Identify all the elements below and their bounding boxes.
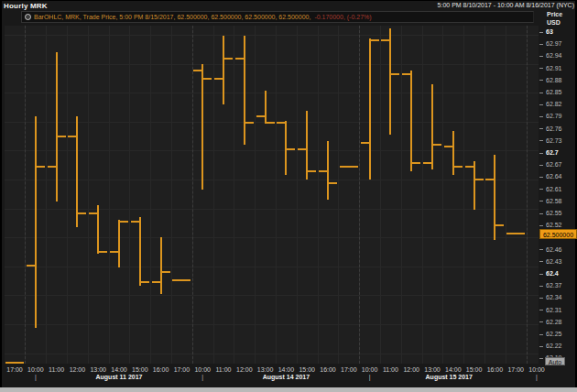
ohlc-open-tick[interactable] — [361, 142, 371, 144]
ohlc-open-tick[interactable] — [214, 78, 224, 80]
series-legend-row[interactable]: BarOHLC, MRK, Trade Price, 5:00 PM 8/15/… — [21, 11, 534, 23]
price-tick-label: 62.34 — [546, 294, 562, 300]
ohlc-close-tick[interactable] — [160, 271, 170, 273]
time-tick-label: 13:00 — [257, 366, 274, 373]
ohlc-bar-range[interactable] — [474, 161, 475, 210]
price-axis[interactable]: Price USD 6362.9762.9462.9162.8862.8562.… — [539, 0, 577, 387]
ohlc-open-tick[interactable] — [277, 122, 287, 124]
ohlc-bar-range[interactable] — [431, 84, 433, 169]
session-break-line — [359, 26, 360, 364]
session-break-line — [25, 26, 26, 364]
ohlc-close-tick[interactable] — [139, 281, 149, 283]
ohlc-close-tick[interactable] — [431, 144, 441, 146]
ohlc-close-tick[interactable] — [223, 58, 233, 60]
price-axis-title-line2: USD — [547, 19, 561, 26]
time-tick-label: 11:00 — [383, 366, 398, 373]
ohlc-close-tick[interactable] — [285, 148, 295, 150]
ohlc-close-tick[interactable] — [452, 166, 463, 168]
ohlc-close-tick[interactable] — [306, 170, 316, 172]
ohlc-close-tick[interactable] — [244, 122, 254, 124]
ohlc-close-tick[interactable] — [327, 182, 337, 184]
price-tick-mark — [539, 358, 543, 359]
ohlc-open-tick[interactable] — [89, 212, 99, 214]
ohlc-open-tick[interactable] — [319, 170, 329, 172]
gridline-vertical — [297, 26, 298, 364]
date-label: August 11 2017 — [96, 374, 143, 380]
price-tick-label: 62.37 — [546, 282, 562, 289]
ohlc-bar-range[interactable] — [118, 220, 120, 268]
ohlc-bar-range[interactable] — [76, 116, 78, 227]
ohlc-open-tick[interactable] — [110, 251, 120, 253]
ohlc-open-tick[interactable] — [235, 58, 245, 60]
ohlc-bar-range[interactable] — [369, 38, 371, 180]
ohlc-open-tick[interactable] — [465, 166, 475, 168]
price-tick-mark — [539, 249, 543, 250]
ohlc-close-tick[interactable] — [265, 122, 275, 124]
price-tick-label: 62.61 — [546, 186, 562, 192]
price-tick-label: 62.4 — [546, 270, 559, 277]
ohlc-open-tick[interactable] — [256, 115, 267, 117]
date-label: August 14 2017 — [263, 374, 310, 380]
ohlc-close-tick[interactable] — [389, 73, 399, 75]
ohlc-bar-flat[interactable] — [340, 166, 358, 168]
time-tick-label: 17:00 — [341, 366, 357, 373]
ohlc-open-tick[interactable] — [27, 265, 37, 267]
ohlc-bar-range[interactable] — [410, 71, 412, 171]
ohlc-open-tick[interactable] — [381, 39, 391, 41]
ohlc-open-tick[interactable] — [131, 221, 141, 223]
ohlc-bar-range[interactable] — [389, 28, 391, 136]
gridline-vertical — [318, 26, 319, 364]
series-bullet-icon[interactable] — [25, 14, 31, 20]
ohlc-close-tick[interactable] — [76, 212, 86, 214]
ohlc-bar-range[interactable] — [160, 237, 162, 294]
ohlc-bar-range[interactable] — [306, 111, 308, 180]
ohlc-bar-range[interactable] — [56, 52, 58, 201]
ohlc-close-tick[interactable] — [369, 39, 379, 41]
price-tick-mark — [539, 116, 543, 117]
ohlc-bar-flat[interactable] — [172, 279, 191, 281]
price-tick-label: 62.7 — [546, 149, 559, 156]
ohlc-open-tick[interactable] — [444, 146, 454, 147]
ohlc-bar-range[interactable] — [265, 91, 267, 123]
price-tick-mark — [539, 310, 543, 310]
ohlc-bar-flat[interactable] — [5, 362, 24, 364]
ohlc-bar-range[interactable] — [223, 36, 224, 104]
ohlc-open-tick[interactable] — [68, 136, 78, 137]
ohlc-bar-flat[interactable] — [506, 233, 525, 234]
ohlc-bar-range[interactable] — [139, 217, 141, 286]
time-tick-label: 11:00 — [49, 366, 64, 373]
ohlc-bar-range[interactable] — [452, 131, 454, 175]
ohlc-open-tick[interactable] — [193, 70, 203, 71]
time-tick-label: 14:00 — [445, 366, 462, 373]
ohlc-close-tick[interactable] — [474, 179, 484, 180]
ohlc-open-tick[interactable] — [485, 179, 495, 180]
page-title: Hourly MRK — [4, 2, 48, 10]
auto-scale-button[interactable]: Auto — [545, 357, 565, 365]
ohlc-close-tick[interactable] — [118, 221, 128, 223]
ohlc-close-tick[interactable] — [494, 224, 504, 226]
gridline-horizontal — [5, 64, 539, 65]
ohlc-bar-range[interactable] — [35, 116, 37, 328]
ohlc-chart-plot-area[interactable] — [5, 26, 539, 364]
price-tick-mark — [539, 177, 543, 178]
ohlc-open-tick[interactable] — [402, 73, 412, 75]
ohlc-close-tick[interactable] — [201, 78, 212, 80]
ohlc-close-tick[interactable] — [56, 136, 66, 137]
ohlc-bar-range[interactable] — [201, 64, 203, 189]
price-tick-mark — [539, 56, 543, 57]
ohlc-close-tick[interactable] — [97, 251, 107, 253]
price-tick-label: 62.88 — [546, 77, 562, 83]
ohlc-open-tick[interactable] — [152, 281, 162, 283]
gridline-horizontal — [5, 35, 539, 36]
ohlc-open-tick[interactable] — [423, 162, 433, 164]
gridline-vertical — [88, 26, 89, 364]
price-tick-mark — [539, 153, 543, 154]
ohlc-bar-range[interactable] — [494, 155, 495, 239]
gridline-vertical — [380, 26, 381, 364]
price-tick-label: 62.85 — [546, 89, 562, 95]
ohlc-close-tick[interactable] — [35, 166, 45, 168]
ohlc-close-tick[interactable] — [410, 162, 420, 164]
ohlc-open-tick[interactable] — [298, 148, 308, 150]
ohlc-open-tick[interactable] — [48, 166, 58, 168]
ohlc-bar-range[interactable] — [244, 36, 245, 145]
